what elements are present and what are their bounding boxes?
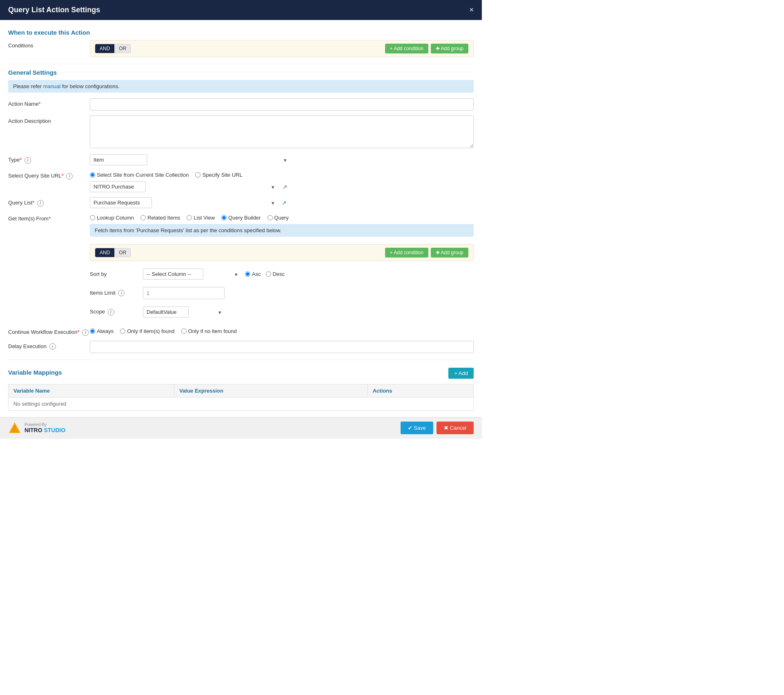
- info-banner-text: Please refer: [13, 83, 43, 89]
- manual-link[interactable]: manual: [43, 83, 61, 89]
- query-list-select[interactable]: Purchase Requests: [90, 197, 152, 208]
- continue-workflow-label: Continue Workflow Execution* i: [8, 326, 90, 336]
- title-bar: Query List Action Settings ×: [0, 0, 482, 20]
- continue-workflow-info-icon[interactable]: i: [82, 329, 89, 336]
- site-external-link-icon[interactable]: ↗: [283, 184, 287, 190]
- vm-table-body: No settings configured: [9, 397, 474, 410]
- variable-mappings-table: Variable Name Value Expression Actions N…: [8, 384, 474, 411]
- general-settings-header: General Settings: [8, 69, 474, 76]
- vm-header-row-tr: Variable Name Value Expression Actions: [9, 384, 474, 397]
- radio-desc[interactable]: Desc: [266, 271, 285, 277]
- query-list-select-row: Purchase Requests ↗: [90, 197, 474, 208]
- sub-and-or-toggle: AND OR: [95, 248, 131, 257]
- radio-lookup-column[interactable]: Lookup Column: [90, 215, 134, 221]
- save-button[interactable]: ✔ Save: [401, 422, 433, 434]
- sort-by-select[interactable]: -- Select Column --: [143, 269, 203, 280]
- radio-query-builder[interactable]: Query Builder: [221, 215, 261, 221]
- continue-workflow-row: Continue Workflow Execution* i Always On…: [8, 326, 474, 336]
- query-site-info-icon[interactable]: i: [66, 173, 73, 180]
- action-desc-textarea[interactable]: [90, 115, 474, 148]
- action-name-label: Action Name*: [8, 98, 90, 107]
- asc-desc-group: Asc Desc: [245, 271, 285, 277]
- info-banner-suffix: for below configurations.: [62, 83, 120, 89]
- site-dropdown[interactable]: NITRO Purchase: [90, 181, 146, 192]
- conditions-row: AND OR + Add condition ✚ Add group: [90, 40, 474, 57]
- close-button[interactable]: ×: [469, 6, 474, 14]
- get-items-col: Lookup Column Related Items List View: [90, 213, 474, 322]
- action-desc-label: Action Description: [8, 115, 90, 124]
- scope-info-icon[interactable]: i: [108, 309, 114, 315]
- get-items-from-label: Get Item(s) From*: [8, 213, 90, 222]
- radio-asc[interactable]: Asc: [245, 271, 261, 277]
- radio-query[interactable]: Query: [267, 215, 289, 221]
- add-condition-button[interactable]: + Add condition: [385, 44, 428, 53]
- radio-always[interactable]: Always: [90, 328, 114, 334]
- divider-2: [8, 360, 474, 360]
- footer-logo: Powered By NITRO STUDIO: [8, 422, 65, 435]
- site-url-row: NITRO Purchase ↗: [90, 181, 474, 192]
- type-row: Type* i Item List Document Library: [8, 154, 474, 165]
- general-settings-section: General Settings Please refer manual for…: [8, 69, 474, 353]
- type-info-icon[interactable]: i: [24, 157, 31, 164]
- items-limit-info-icon[interactable]: i: [118, 290, 125, 296]
- vm-col-actions: Actions: [368, 384, 473, 397]
- radio-related-items[interactable]: Related Items: [140, 215, 180, 221]
- query-list-wrapper: Purchase Requests: [90, 197, 278, 208]
- scope-select[interactable]: DefaultValue Recursive RecursiveAll File…: [143, 306, 189, 318]
- vm-header-row: Variable Mappings + Add: [8, 366, 474, 380]
- sort-by-wrapper: -- Select Column --: [143, 269, 241, 280]
- query-site-row: Select Query Site URL* i Select Site fro…: [8, 170, 474, 192]
- sub-add-condition-button[interactable]: + Add condition: [385, 248, 428, 258]
- footer-buttons: ✔ Save ✖ Cancel: [401, 422, 474, 434]
- items-limit-wrapper: [143, 287, 225, 299]
- sub-or-button[interactable]: OR: [114, 248, 131, 257]
- query-list-row: Query List* i Purchase Requests ↗: [8, 197, 474, 208]
- items-limit-label: Items Limit i: [90, 290, 139, 297]
- radio-specify-site[interactable]: Specify Site URL: [195, 172, 242, 178]
- query-list-info-icon[interactable]: i: [37, 200, 44, 207]
- sub-add-group-button[interactable]: ✚ Add group: [431, 248, 468, 258]
- site-radio-group: Select Site from Current Site Collection…: [90, 170, 474, 178]
- scope-wrapper: DefaultValue Recursive RecursiveAll File…: [143, 306, 225, 318]
- action-desc-row: Action Description: [8, 115, 474, 149]
- when-to-execute-header: When to execute this Action: [8, 29, 474, 36]
- nitro-logo-icon: [8, 422, 21, 435]
- or-button[interactable]: OR: [114, 44, 131, 53]
- vm-table-head: Variable Name Value Expression Actions: [9, 384, 474, 397]
- radio-if-not-found[interactable]: Only if no item found: [181, 328, 237, 334]
- footer-logo-text: Powered By NITRO STUDIO: [24, 422, 65, 433]
- cancel-button[interactable]: ✖ Cancel: [437, 422, 474, 434]
- fetch-info-box: Fetch items from 'Purchase Requests' lis…: [90, 224, 474, 237]
- dialog-title: Query List Action Settings: [8, 6, 100, 14]
- variable-mappings-header: Variable Mappings: [8, 369, 62, 376]
- delay-execution-input[interactable]: [90, 341, 474, 353]
- radio-current-site[interactable]: Select Site from Current Site Collection: [90, 172, 189, 178]
- get-items-radio-group: Lookup Column Related Items List View: [90, 213, 474, 221]
- items-limit-input[interactable]: [143, 287, 225, 299]
- add-group-button[interactable]: ✚ Add group: [431, 44, 468, 53]
- site-dropdown-wrapper: NITRO Purchase: [90, 181, 278, 192]
- radio-if-found[interactable]: Only if item(s) found: [120, 328, 174, 334]
- vm-empty-row: No settings configured: [9, 397, 474, 410]
- and-or-toggle: AND OR: [95, 44, 131, 53]
- add-variable-mapping-button[interactable]: + Add: [448, 368, 474, 379]
- variable-mappings-section: Variable Mappings + Add Variable Name Va…: [8, 366, 474, 411]
- radio-list-view[interactable]: List View: [187, 215, 215, 221]
- main-content: When to execute this Action Conditions A…: [0, 20, 482, 417]
- query-site-label: Select Query Site URL* i: [8, 170, 90, 180]
- and-button[interactable]: AND: [95, 44, 114, 53]
- sub-and-button[interactable]: AND: [95, 248, 114, 257]
- vm-col-value-expression: Value Expression: [174, 384, 368, 397]
- divider-1: [8, 64, 474, 64]
- type-label: Type* i: [8, 154, 90, 164]
- when-to-execute-section: When to execute this Action Conditions A…: [8, 29, 474, 57]
- get-items-from-row: Get Item(s) From* Lookup Column Related …: [8, 213, 474, 322]
- type-select[interactable]: Item List Document Library: [90, 154, 147, 165]
- sub-add-buttons: + Add condition ✚ Add group: [385, 248, 468, 258]
- query-list-external-link-icon[interactable]: ↗: [282, 200, 287, 206]
- scope-label: Scope i: [90, 309, 139, 315]
- delay-execution-row: Delay Execution i: [8, 341, 474, 353]
- action-name-input[interactable]: [90, 98, 474, 111]
- footer: Powered By NITRO STUDIO ✔ Save ✖ Cancel: [0, 417, 482, 439]
- delay-execution-info-icon[interactable]: i: [49, 343, 56, 350]
